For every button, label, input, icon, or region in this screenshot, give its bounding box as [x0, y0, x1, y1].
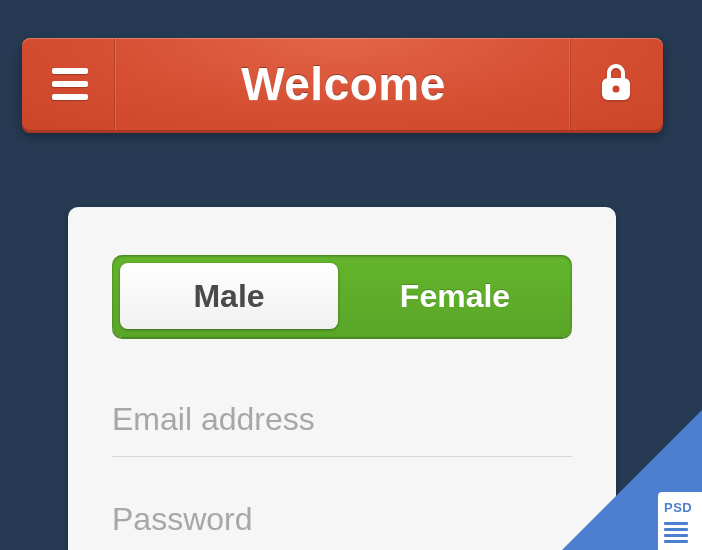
segment-male[interactable]: Male	[120, 263, 338, 329]
password-field[interactable]	[112, 495, 572, 550]
svg-point-1	[613, 86, 620, 93]
page-title: Welcome	[241, 57, 446, 111]
signup-card: Male Female	[68, 207, 616, 550]
segment-female[interactable]: Female	[346, 263, 564, 329]
corner-badge-label: PSD	[664, 500, 692, 515]
menu-icon[interactable]	[52, 68, 88, 100]
corner-badge: PSD	[658, 492, 702, 550]
email-field-wrapper	[112, 395, 572, 457]
lock-icon[interactable]	[599, 62, 633, 106]
email-field[interactable]	[112, 395, 572, 457]
password-field-wrapper	[112, 495, 572, 550]
header-bar: Welcome	[22, 38, 663, 130]
gender-segmented-control: Male Female	[112, 255, 572, 337]
document-lines-icon	[664, 519, 688, 543]
